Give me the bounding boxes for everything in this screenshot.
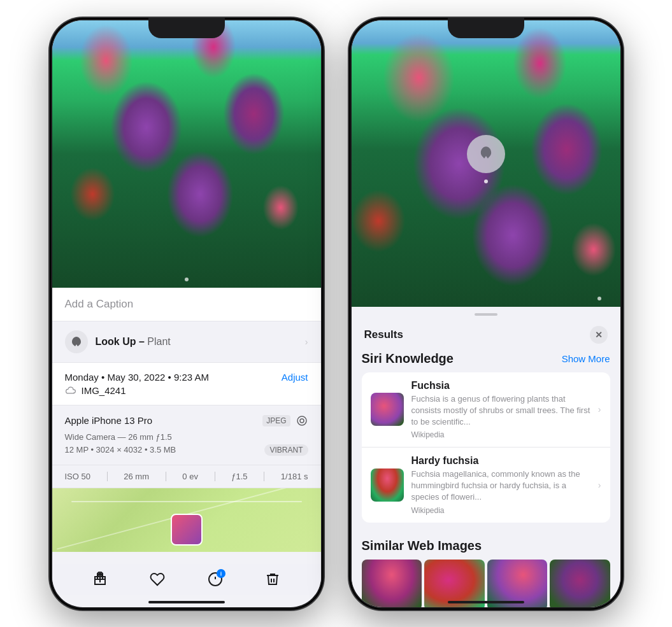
siri-knowledge-title: Siri Knowledge (362, 351, 454, 366)
screen-right: Results ✕ Siri Knowledge Show More Fuch (352, 20, 620, 607)
similar-web-title: Similar Web Images (362, 539, 610, 553)
similar-web-section: Similar Web Images (352, 531, 620, 607)
leaf-icon (70, 335, 83, 348)
leaf-icon-large (477, 145, 495, 163)
lookup-row[interactable]: Look Up – Plant › (52, 321, 321, 363)
home-indicator-right (448, 601, 524, 603)
caption-area[interactable]: Add a Caption (52, 288, 321, 321)
fuchsia-name: Fuchsia (411, 380, 590, 391)
fuchsia-photo (52, 20, 321, 288)
lens-specs: Wide Camera — 26 mm ƒ1.5 (65, 432, 308, 442)
lookup-icon-circle (65, 330, 88, 353)
ev-value: 0 ev (182, 472, 198, 481)
caption-placeholder: Add a Caption (65, 298, 134, 310)
shutter-value: 1/181 s (281, 472, 308, 481)
jpeg-badge: JPEG (262, 415, 290, 426)
phone-right: Results ✕ Siri Knowledge Show More Fuch (349, 18, 623, 610)
fuchsia-info: Fuchsia Fuchsia is a genus of flowering … (411, 380, 590, 440)
photo-display[interactable] (52, 20, 321, 288)
hardy-name: Hardy fuchsia (411, 455, 590, 467)
knowledge-card: Fuchsia Fuchsia is a genus of flowering … (362, 372, 610, 523)
share-button[interactable] (91, 570, 109, 588)
iso-value: ISO 50 (65, 472, 90, 481)
hardy-thumbnail (371, 468, 404, 502)
map-thumbnail (171, 514, 203, 546)
camera-info: Apple iPhone 13 Pro JPEG Wide Camera — 2… (52, 405, 321, 465)
hardy-source: Wikipedia (411, 506, 590, 515)
camera-lens-icon (296, 414, 308, 427)
like-button[interactable] (148, 570, 166, 588)
hardy-chevron: › (598, 480, 601, 490)
adjust-button[interactable]: Adjust (282, 372, 308, 383)
photo-display-2[interactable] (352, 20, 620, 307)
siri-visual-lookup-button[interactable] (467, 135, 505, 173)
similar-images-grid (362, 560, 610, 607)
lookup-chevron: › (305, 337, 308, 347)
photo-toolbar (52, 564, 321, 595)
notch-right (448, 18, 524, 38)
results-panel: Results ✕ Siri Knowledge Show More Fuch (352, 307, 620, 607)
fuchsia-chevron: › (598, 404, 601, 414)
filename: IMG_4241 (82, 385, 126, 396)
svg-point-1 (300, 419, 304, 423)
fuchsia-thumbnail (371, 393, 404, 426)
lookup-subject: Plant (147, 336, 170, 347)
date-row: Monday • May 30, 2022 • 9:23 AM Adjust I… (52, 363, 321, 405)
siri-dot (484, 180, 488, 183)
screen-left: Add a Caption Look Up – Plant › Monday •… (52, 20, 321, 607)
map-area[interactable] (52, 488, 321, 552)
notch-left (148, 18, 225, 38)
fuchsia-desc: Fuchsia is a genus of flowering plants t… (411, 393, 590, 428)
similar-image-2[interactable] (424, 560, 485, 607)
cloud-icon (65, 386, 76, 394)
info-button[interactable] (206, 570, 224, 588)
home-indicator-left (148, 601, 225, 603)
lookup-label: Look Up – (96, 336, 145, 347)
similar-image-3[interactable] (487, 560, 548, 607)
focal-value: 26 mm (124, 472, 149, 481)
date-text: Monday • May 30, 2022 • 9:23 AM (65, 372, 209, 383)
vibrant-badge: VIBRANT (264, 444, 308, 456)
results-title: Results (364, 328, 403, 341)
photo-specs: 12 MP • 3024 × 4032 • 3.5 MB (65, 445, 176, 454)
phone-left: Add a Caption Look Up – Plant › Monday •… (50, 18, 324, 610)
exif-row: ISO 50 26 mm 0 ev ƒ1.5 1/181 s (52, 465, 321, 488)
results-header: Results ✕ (352, 321, 620, 351)
similar-image-1[interactable] (362, 560, 422, 607)
drag-handle (475, 313, 497, 316)
fuchsia-source: Wikipedia (411, 430, 590, 439)
similar-image-4[interactable] (550, 560, 610, 607)
aperture-value: ƒ1.5 (231, 472, 247, 481)
page-dot-2 (597, 297, 601, 300)
camera-name: Apple iPhone 13 Pro (65, 415, 153, 426)
page-dot (185, 278, 189, 281)
show-more-button[interactable]: Show More (562, 353, 610, 364)
svg-point-0 (297, 416, 306, 425)
knowledge-item-fuchsia[interactable]: Fuchsia Fuchsia is a genus of flowering … (362, 372, 610, 448)
lookup-text: Look Up – Plant (96, 336, 171, 348)
hardy-desc: Fuchsia magellanica, commonly known as t… (411, 468, 590, 504)
siri-knowledge-section: Siri Knowledge Show More Fuchsia Fuchsia… (352, 351, 620, 531)
knowledge-item-hardy[interactable]: Hardy fuchsia Fuchsia magellanica, commo… (362, 447, 610, 523)
hardy-info: Hardy fuchsia Fuchsia magellanica, commo… (411, 455, 590, 515)
delete-button[interactable] (264, 570, 282, 588)
close-button[interactable]: ✕ (590, 326, 608, 344)
